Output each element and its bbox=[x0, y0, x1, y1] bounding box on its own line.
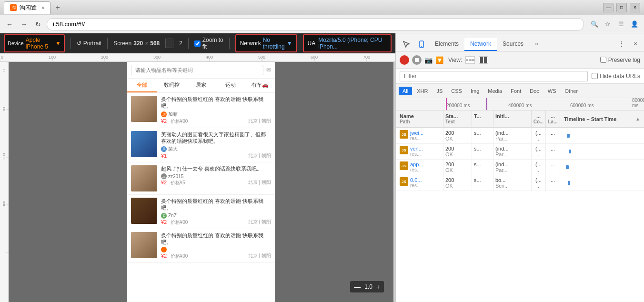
row-timeline-2 bbox=[560, 144, 644, 159]
zoom-checkbox[interactable] bbox=[194, 40, 201, 47]
row-initiator-2: (ind... Par... bbox=[493, 144, 532, 159]
phone-tab-all[interactable]: 全部 bbox=[127, 79, 157, 92]
tab-close-btn[interactable]: × bbox=[41, 5, 44, 10]
filter-all-button[interactable]: All bbox=[399, 87, 412, 95]
timeline-ms-400k: 400000 ms bbox=[508, 103, 532, 108]
vertical-ruler: 0 100 200 300 bbox=[0, 62, 9, 302]
list-item[interactable]: 换个特别的质量红红的 喜欢的话跑 快联系我吧。 Z ZnZ ¥2 价格¥00 北… bbox=[127, 195, 275, 229]
tab-elements[interactable]: Elements bbox=[429, 38, 464, 51]
js-file-icon: JS bbox=[400, 130, 408, 139]
preserve-log-label: Preserve log bbox=[608, 57, 640, 63]
screenshot-button[interactable]: 📷 bbox=[424, 56, 433, 64]
svg-text:0: 0 bbox=[2, 69, 6, 71]
mobile-emulation-icon[interactable] bbox=[414, 38, 429, 51]
bookmark-icon[interactable]: ☆ bbox=[602, 19, 614, 30]
maximize-button[interactable]: □ bbox=[616, 3, 627, 12]
row-initiator-1: (ind... Par... bbox=[493, 128, 532, 143]
phone-tab-digital[interactable]: 数码控 bbox=[157, 79, 186, 92]
col-header-name[interactable]: Name Path bbox=[396, 111, 443, 127]
col-header-timeline[interactable]: Timeline – Start Time ▲ bbox=[560, 111, 644, 127]
network-label: Network bbox=[240, 40, 261, 47]
back-button[interactable]: ← bbox=[4, 19, 15, 30]
filter-img-button[interactable]: Img bbox=[467, 87, 483, 95]
stop-button[interactable] bbox=[412, 55, 422, 65]
timeline-ms-600k: 600000 ms bbox=[570, 103, 594, 108]
filter-ws-button[interactable]: WS bbox=[544, 87, 560, 95]
filter-font-button[interactable]: Font bbox=[507, 87, 525, 95]
zoom-out-button[interactable]: — bbox=[354, 283, 361, 291]
filter-other-button[interactable]: Other bbox=[561, 87, 582, 95]
listing-info: 换个特别的质量红红的 喜欢的话跑 快联系我吧。 ¥2 价格¥00 北京 | 朝阳 bbox=[161, 232, 271, 260]
row-col5-4: (...... bbox=[532, 175, 546, 191]
col-header-type[interactable]: T... bbox=[472, 111, 493, 127]
filter-media-button[interactable]: Media bbox=[484, 87, 506, 95]
table-row[interactable]: JS 0.0... res... 200 OK s... bo... Scri.… bbox=[396, 175, 644, 191]
minimize-button[interactable]: — bbox=[603, 3, 614, 12]
list-item[interactable]: 超风了打仕一去兮 喜欢的话跑快联系我吧。 zz zz2015 ¥2 价格¥5 北… bbox=[127, 162, 275, 195]
filter-js-button[interactable]: JS bbox=[433, 87, 446, 95]
phone-tab-car[interactable]: 有车🚗 bbox=[245, 79, 275, 92]
menu-icon[interactable]: ☰ bbox=[615, 19, 627, 30]
phone-tab-home[interactable]: 居家 bbox=[186, 79, 216, 92]
list-item[interactable]: 换个特别的质量红红的 喜欢的话跑 快联系我吧。 ¥2 价格¥00 北京 | 朝阳 bbox=[127, 229, 275, 263]
list-item[interactable]: 换个特别的质量红红的 喜欢的话跑 快联系我吧。 加 加菲 ¥2 价格¥00 北京… bbox=[127, 93, 275, 128]
list-view-button[interactable] bbox=[465, 56, 475, 64]
listing-orig-price: 价格¥00 bbox=[171, 119, 188, 124]
listing-title: 美丽动人的图画看很天文字家拉精圆了、但都 喜欢的话跑快联系我吧。 bbox=[161, 131, 271, 145]
hide-data-urls-checkbox[interactable] bbox=[592, 73, 598, 79]
orientation-button[interactable]: ↺ Portrait bbox=[77, 40, 102, 47]
filter-css-button[interactable]: CSS bbox=[447, 87, 466, 95]
device-label: Device bbox=[8, 40, 24, 46]
tab-sources[interactable]: Sources bbox=[497, 38, 529, 51]
close-window-button[interactable]: × bbox=[630, 3, 640, 12]
cursor-tool-icon[interactable] bbox=[399, 38, 414, 51]
new-tab-button[interactable]: + bbox=[52, 3, 62, 12]
col-header-initiator[interactable]: Initi... bbox=[493, 111, 532, 127]
tab-more[interactable]: » bbox=[529, 38, 544, 51]
table-row[interactable]: JS jwei... res... 200 OK s... (ind... Pa… bbox=[396, 128, 644, 144]
customize-devtools-button[interactable]: ⋮ bbox=[615, 38, 627, 49]
ua-selector[interactable]: UA Mozilla/5.0 (iPhone; CPU iPhon... bbox=[303, 34, 392, 52]
screen-width: 320 bbox=[133, 40, 143, 47]
listing-price-row: ¥2 价格¥00 北京 | 朝阳 bbox=[161, 252, 271, 260]
listing-thumbnail bbox=[131, 131, 157, 157]
device-selector[interactable]: Device Apple iPhone 5 ▼ bbox=[4, 34, 65, 52]
row-filename-text: jwei... res... bbox=[410, 130, 423, 141]
dpr-icon[interactable] bbox=[165, 39, 173, 48]
timeline-marker-1 bbox=[446, 98, 447, 110]
table-row[interactable]: JS app... res... 200 OK s... (ind... Par… bbox=[396, 160, 644, 175]
filter-doc-button[interactable]: Doc bbox=[526, 87, 543, 95]
filter-input[interactable] bbox=[400, 71, 588, 81]
tab-network[interactable]: Network bbox=[464, 38, 497, 51]
filter-button[interactable]: 🔽 bbox=[435, 56, 443, 64]
svg-rect-0 bbox=[0, 53, 395, 62]
search-icon[interactable]: 🔍 bbox=[589, 19, 600, 30]
browser-tab[interactable]: 淘 淘闲置 × bbox=[4, 1, 50, 14]
table-row[interactable]: JS ven... res... 200 OK s... (ind... Par… bbox=[396, 144, 644, 160]
svg-text:400: 400 bbox=[206, 55, 213, 60]
listing-image bbox=[131, 198, 157, 224]
ua-value: Mozilla/5.0 (iPhone; CPU iPhon... bbox=[318, 37, 387, 50]
hide-data-urls-area: Hide data URLs bbox=[592, 73, 640, 80]
record-button[interactable] bbox=[400, 55, 409, 65]
zoom-in-button[interactable]: + bbox=[376, 283, 380, 291]
col-header-5[interactable]: ... Co... bbox=[532, 111, 546, 127]
preserve-log-checkbox[interactable] bbox=[600, 57, 606, 63]
listing-price-row: ¥2 价格¥00 北京 | 朝阳 bbox=[161, 219, 271, 226]
reload-button[interactable]: ↻ bbox=[32, 19, 44, 30]
detail-view-button[interactable] bbox=[479, 56, 488, 64]
forward-button[interactable]: → bbox=[18, 19, 30, 30]
col-header-status[interactable]: Sta... Text bbox=[443, 111, 472, 127]
user-icon[interactable]: 👤 bbox=[629, 19, 640, 30]
close-devtools-button[interactable]: × bbox=[630, 38, 641, 49]
address-bar[interactable] bbox=[47, 18, 584, 30]
phone-search-input[interactable] bbox=[131, 65, 263, 75]
zoom-fit-button[interactable]: Zoom to fit bbox=[194, 37, 223, 50]
phone-tab-sports[interactable]: 运动 bbox=[216, 79, 245, 92]
list-item[interactable]: 美丽动人的图画看很天文字家拉精圆了、但都 喜欢的话跑快联系我吧。 菜 菜大 ¥1… bbox=[127, 128, 275, 163]
network-throttle-selector[interactable]: Network No throttling ▼ bbox=[235, 34, 297, 52]
filter-xhr-button[interactable]: XHR bbox=[413, 87, 432, 95]
horizontal-ruler: 0 100 200 300 400 500 600 700 bbox=[0, 53, 395, 62]
col-header-6[interactable]: ... La... bbox=[546, 111, 560, 127]
screen-height: 568 bbox=[150, 40, 160, 47]
